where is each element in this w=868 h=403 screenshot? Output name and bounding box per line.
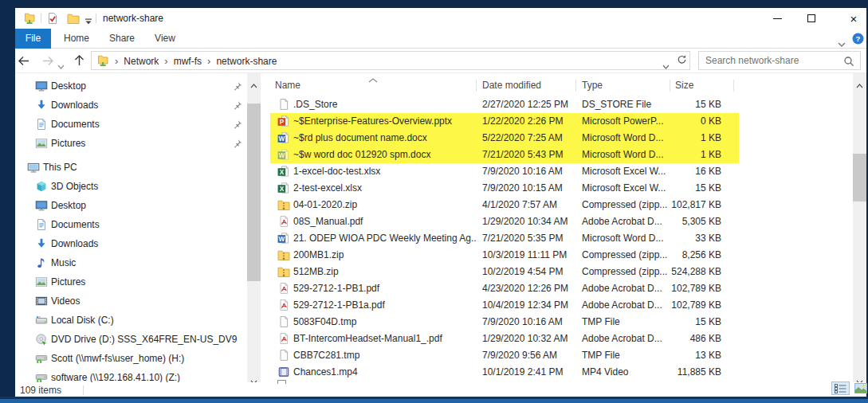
- file-name: 21. ODEP WIOA PDC Weekly Meeting Ag...: [293, 230, 477, 247]
- recent-locations-icon[interactable]: [57, 58, 65, 72]
- sidebar-item-pictures[interactable]: Pictures: [15, 134, 246, 153]
- file-row[interactable]: W~$w word doc 012920 spm.docx7/21/2020 5…: [263, 147, 853, 163]
- scrollbar-thumb[interactable]: [247, 104, 261, 281]
- address-dropdown-icon[interactable]: [662, 58, 670, 72]
- sidebar-item-desktop[interactable]: Desktop: [15, 196, 246, 215]
- file-date-modified: 5/22/2020 7:25 AM: [482, 130, 578, 147]
- sidebar-item-this-pc[interactable]: This PC: [15, 158, 246, 177]
- file-row[interactable]: 200MB1.zip10/3/2019 11:11 PMCompressed (…: [263, 247, 853, 264]
- pin-icon: [232, 100, 242, 113]
- sidebar-item-local-disk-c[interactable]: Local Disk (C:): [15, 311, 246, 330]
- file-row[interactable]: X2-test-excel.xlsx7/9/2020 10:15 AMMicro…: [263, 180, 853, 197]
- sidebar-scrollbar[interactable]: [247, 73, 261, 382]
- sidebar-item-downloads[interactable]: Downloads: [15, 96, 246, 115]
- sort-ascending-icon: [368, 74, 378, 85]
- column-header-name[interactable]: Name: [275, 76, 300, 94]
- details-view-button[interactable]: [831, 381, 850, 395]
- file-row[interactable]: 5083F04D.tmp7/9/2020 10:16 AMTMP File15 …: [263, 314, 853, 331]
- header-separator: [670, 80, 670, 92]
- breadcrumb-item[interactable]: mwf-fs: [174, 56, 202, 67]
- page-file-icon: [277, 98, 290, 111]
- sidebar-item-software-192-168-41-10-z[interactable]: software (\\192.168.41.10) (Z:): [15, 368, 246, 382]
- column-header-type[interactable]: Type: [582, 76, 603, 94]
- file-row[interactable]: BT-IntercomHeadset-Manual1_.pdf1/29/2020…: [263, 331, 853, 347]
- back-icon[interactable]: [18, 55, 29, 69]
- column-header-date[interactable]: Date modified: [482, 76, 541, 94]
- file-row[interactable]: W21. ODEP WIOA PDC Weekly Meeting Ag...7…: [263, 230, 853, 247]
- help-icon[interactable]: ?: [852, 33, 864, 45]
- word-file-icon: W: [277, 232, 290, 245]
- scrollbar-thumb[interactable]: [853, 154, 866, 202]
- file-row[interactable]: W~$rd plus document name.docx5/22/2020 7…: [263, 130, 853, 147]
- header-separator: [733, 80, 734, 92]
- scroll-down-icon[interactable]: [250, 374, 257, 378]
- properties-check-icon[interactable]: [46, 12, 59, 25]
- file-size: 524,288 KB: [646, 264, 721, 280]
- tab-home[interactable]: Home: [60, 29, 93, 49]
- sidebar-item-label: Documents: [51, 219, 100, 230]
- zip-file-icon: [277, 265, 290, 278]
- scroll-down-icon[interactable]: [856, 374, 863, 378]
- svg-text:X: X: [280, 186, 285, 193]
- file-row[interactable]: P~$Enterprise-Features-Overview.pptx1/22…: [263, 113, 853, 130]
- breadcrumb-item[interactable]: Network: [124, 56, 159, 67]
- file-row[interactable]: X1-excel-doc-test.xlsx7/9/2020 10:16 AMM…: [263, 163, 853, 180]
- pin-icon: [232, 81, 242, 94]
- address-box[interactable]: ›Network›mwf-fs›network-share: [91, 51, 690, 70]
- svg-text:W: W: [279, 152, 285, 159]
- breadcrumb-item[interactable]: network-share: [216, 56, 277, 67]
- thumbnail-view-button[interactable]: [851, 381, 868, 395]
- titlebar: network-share ×: [15, 8, 866, 29]
- sidebar-item-pictures[interactable]: Pictures: [15, 272, 246, 291]
- file-size: 102,817 KB: [646, 197, 721, 213]
- pdf-file-icon: [277, 215, 290, 228]
- minimize-button[interactable]: [762, 8, 792, 29]
- file-row[interactable]: .DS_Store2/27/2020 12:25 PMDS_STORE File…: [263, 96, 853, 113]
- file-row[interactable]: 529-2712-1-PB1.pdf4/23/2020 12:26 PMAdob…: [263, 280, 853, 297]
- sidebar-item-documents[interactable]: Documents: [15, 215, 246, 234]
- file-date-modified: 10/3/2019 11:11 PM: [482, 247, 578, 264]
- tab-share[interactable]: Share: [104, 29, 139, 49]
- file-size: 8,256 KB: [646, 247, 721, 264]
- sidebar-item-music[interactable]: Music: [15, 253, 246, 272]
- scroll-up-icon[interactable]: [856, 77, 863, 82]
- sidebar-item-3d-objects[interactable]: 3D Objects: [15, 177, 246, 196]
- tab-view[interactable]: View: [149, 29, 181, 49]
- search-icon: [843, 56, 854, 70]
- ppt-file-icon: P: [277, 115, 290, 127]
- file-date-modified: 4/23/2020 12:26 PM: [482, 280, 578, 297]
- file-name: ~$Enterprise-Features-Overview.pptx: [293, 113, 477, 130]
- scroll-up-icon[interactable]: [250, 77, 257, 82]
- excel-file-icon: X: [277, 182, 290, 194]
- new-folder-icon[interactable]: [67, 12, 80, 25]
- refresh-icon[interactable]: [677, 53, 687, 68]
- file-row[interactable]: CBB7C281.tmp7/9/2020 9:56 AMTMP File13 K…: [263, 347, 853, 364]
- tab-file[interactable]: File: [15, 29, 51, 49]
- netdrive-icon: [35, 352, 48, 365]
- file-row[interactable]: 08S_Manual.pdf1/29/2020 10:34 AMAdobe Ac…: [263, 213, 853, 230]
- up-icon[interactable]: [74, 54, 84, 69]
- file-row[interactable]: 529-2712-1-PB1a.pdf10/4/2019 12:34 PMAdo…: [263, 297, 853, 314]
- close-button[interactable]: ×: [839, 8, 868, 29]
- sidebar-item-label: Music: [51, 257, 76, 268]
- zip-file-icon: [277, 248, 290, 261]
- sidebar-item-desktop[interactable]: Desktop: [15, 76, 246, 96]
- file-row[interactable]: 512MB.zip10/2/2019 4:54 PMCompressed (zi…: [263, 264, 853, 280]
- maximize-button[interactable]: [796, 8, 827, 29]
- column-header-size[interactable]: Size: [675, 76, 693, 94]
- file-row[interactable]: Chances1.mp410/1/2019 2:41 PMMP4 Video11…: [263, 364, 853, 381]
- file-size: 5,305 KB: [646, 213, 721, 230]
- explorer-window: network-share × File Home Share View ? ›…: [15, 8, 866, 397]
- search-input[interactable]: [705, 52, 841, 69]
- music-icon: [35, 256, 48, 269]
- sidebar-item-dvd-drive-d-sss-x64fre-en-us-dv9[interactable]: DVD Drive (D:) SSS_X64FRE_EN-US_DV9: [15, 330, 246, 349]
- file-row[interactable]: 04-01-2020.zip4/1/2020 7:57 AMCompressed…: [263, 197, 853, 213]
- file-size: 33 KB: [646, 230, 721, 247]
- sidebar-item-videos[interactable]: Videos: [15, 291, 246, 311]
- filelist-scrollbar[interactable]: [853, 73, 866, 382]
- sidebar-item-documents[interactable]: Documents: [15, 115, 246, 134]
- sidebar-item-scott-mwf-fs-user-home-h[interactable]: Scott (\\mwf-fs\user_home) (H:): [15, 349, 246, 368]
- header-separator: [575, 80, 576, 92]
- forward-icon[interactable]: [42, 55, 54, 69]
- sidebar-item-downloads[interactable]: Downloads: [15, 234, 246, 253]
